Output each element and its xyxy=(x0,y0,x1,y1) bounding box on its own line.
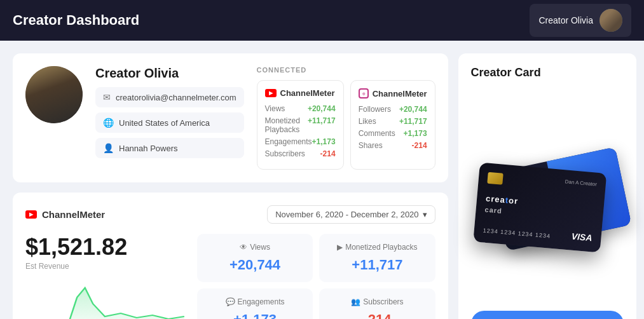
yt-stat-engagements: Engagements +1,173 xyxy=(265,137,336,146)
ig-shares-label: Shares xyxy=(359,141,383,150)
ig-followers-val: +20,744 xyxy=(399,105,427,114)
engagement-icon: 💬 xyxy=(226,297,235,306)
card-bottom: 1234 1234 1234 1234 VISA xyxy=(483,223,593,243)
profile-card: Creator Olivia ✉ creatorolivia@channelme… xyxy=(13,53,448,182)
profile-email-row: ✉ creatorolivia@channelmeter.com xyxy=(95,87,244,107)
page-title: Creator Dashboard xyxy=(13,12,139,29)
ig-stat-likes: Likes +11,717 xyxy=(359,117,427,126)
yt-subs-label: Subscribers xyxy=(265,149,305,158)
mail-icon: ✉ xyxy=(103,92,111,102)
profile-manager-row: 👤 Hannah Powers xyxy=(95,138,244,158)
profile-location: United States of America xyxy=(119,118,210,128)
revenue-amount: $1,521.82 xyxy=(25,234,184,261)
stat-card-subscribers-value: -214 xyxy=(328,311,426,319)
profile-name: Creator Olivia xyxy=(95,66,244,81)
header-user-name: Creator Olivia xyxy=(538,15,593,25)
ig-followers-label: Followers xyxy=(359,105,391,114)
analytics-card: ▶ ChannelMeter November 6, 2020 - Decemb… xyxy=(13,193,448,319)
ig-comments-label: Comments xyxy=(359,129,395,138)
stat-card-playbacks: ▶ Monetized Playbacks +11,717 xyxy=(319,234,435,282)
instagram-card: ◎ ChannelMeter Followers +20,744 Likes +… xyxy=(350,80,435,170)
ig-stat-followers: Followers +20,744 xyxy=(359,105,427,114)
stat-card-playbacks-label: ▶ Monetized Playbacks xyxy=(328,243,426,252)
revenue-section: $1,521.82 Est Revenue xyxy=(25,234,184,319)
stat-card-views-value: +20,744 xyxy=(206,257,304,273)
profile-info: Creator Olivia ✉ creatorolivia@channelme… xyxy=(95,66,244,170)
ig-likes-label: Likes xyxy=(359,117,376,126)
subscribers-icon: 👥 xyxy=(351,297,360,306)
card-front: Dan A Creator creator card 1234 1234 123… xyxy=(473,162,606,252)
stat-card-engagements: 💬 Engagements +1,173 xyxy=(197,288,313,319)
youtube-card: ▶ ChannelMeter Views +20,744 Monetized P… xyxy=(257,80,344,170)
creator-card-title: Creator Card xyxy=(471,66,624,79)
person-icon: 👤 xyxy=(103,143,114,153)
profile-email: creatorolivia@channelmeter.com xyxy=(116,93,236,102)
profile-manager: Hannah Powers xyxy=(119,144,178,153)
main-content: Creator Olivia ✉ creatorolivia@channelme… xyxy=(0,41,644,319)
ig-shares-val: -214 xyxy=(412,141,427,150)
yt-stat-playbacks: Monetized Playbacks +11,717 xyxy=(265,116,336,134)
card-chip xyxy=(487,172,503,184)
analytics-header: ▶ ChannelMeter November 6, 2020 - Decemb… xyxy=(25,205,435,224)
credit-cards-visual: Dan A Creator creator card 1234 1234 123… xyxy=(471,90,624,301)
stat-card-views-label: 👁 Views xyxy=(206,243,304,252)
stat-card-engagements-label: 💬 Engagements xyxy=(206,297,304,306)
analytics-yt-icon: ▶ xyxy=(25,210,37,219)
yt-engagements-val: +1,173 xyxy=(312,137,336,146)
date-range-selector[interactable]: November 6, 2020 - December 2, 2020 ▾ xyxy=(267,205,435,224)
signup-button[interactable]: Sign Up Now xyxy=(471,311,624,319)
user-profile-button[interactable]: Creator Olivia xyxy=(530,4,631,37)
yt-engagements-label: Engagements xyxy=(265,137,312,146)
connected-label: CONNECTED xyxy=(257,66,435,74)
youtube-name: ChannelMeter xyxy=(280,88,335,98)
connected-cards: ▶ ChannelMeter Views +20,744 Monetized P… xyxy=(257,80,435,170)
stats-grid: 👁 Views +20,744 ▶ Monetized Playbacks +1… xyxy=(197,234,435,319)
analytics-body: $1,521.82 Est Revenue xyxy=(25,234,435,319)
instagram-icon: ◎ xyxy=(359,88,369,98)
stat-card-subscribers: 👥 Subscribers -214 xyxy=(319,288,435,319)
revenue-chart xyxy=(25,278,184,319)
analytics-channel: ChannelMeter xyxy=(42,209,105,220)
card-creator-label: Dan A Creator xyxy=(565,179,597,187)
profile-avatar xyxy=(25,66,83,123)
stat-card-engagements-value: +1,173 xyxy=(206,311,304,319)
youtube-icon: ▶ xyxy=(265,89,277,97)
stat-card-views: 👁 Views +20,744 xyxy=(197,234,313,282)
instagram-card-title: ◎ ChannelMeter xyxy=(359,88,427,98)
visa-logo: VISA xyxy=(571,231,593,243)
play-icon: ▶ xyxy=(337,243,343,252)
profile-location-row: 🌐 United States of America xyxy=(95,112,244,133)
right-column: Creator Card Dan A Creator creator xyxy=(458,53,636,319)
left-column: Creator Olivia ✉ creatorolivia@channelme… xyxy=(13,53,448,319)
yt-views-label: Views xyxy=(265,104,285,113)
date-range-text: November 6, 2020 - December 2, 2020 xyxy=(275,210,418,219)
ig-likes-val: +11,717 xyxy=(399,117,427,126)
yt-stat-subs: Subscribers -214 xyxy=(265,149,336,158)
yt-playbacks-label: Monetized Playbacks xyxy=(265,116,308,134)
chart-svg xyxy=(25,278,184,319)
eye-icon: 👁 xyxy=(240,243,247,252)
ig-stat-comments: Comments +1,173 xyxy=(359,129,427,138)
stat-card-subscribers-label: 👥 Subscribers xyxy=(328,297,426,306)
analytics-title: ▶ ChannelMeter xyxy=(25,209,105,220)
header: Creator Dashboard Creator Olivia xyxy=(0,0,644,41)
yt-playbacks-val: +11,717 xyxy=(308,116,336,134)
yt-views-val: +20,744 xyxy=(308,104,336,113)
instagram-name: ChannelMeter xyxy=(373,89,427,98)
chevron-down-icon: ▾ xyxy=(423,210,427,219)
ig-comments-val: +1,173 xyxy=(404,129,427,138)
yt-stat-views: Views +20,744 xyxy=(265,104,336,113)
ig-stat-shares: Shares -214 xyxy=(359,141,427,150)
yt-subs-val: -214 xyxy=(320,149,336,158)
card-number: 1234 1234 1234 1234 xyxy=(483,227,551,239)
creator-card-panel: Creator Card Dan A Creator creator xyxy=(458,53,636,319)
connected-section: CONNECTED ▶ ChannelMeter Views +20,744 xyxy=(257,66,435,170)
stat-card-playbacks-value: +11,717 xyxy=(328,257,426,273)
globe-icon: 🌐 xyxy=(103,118,114,128)
youtube-card-title: ▶ ChannelMeter xyxy=(265,88,336,98)
avatar xyxy=(599,9,622,32)
card-front-top: Dan A Creator xyxy=(487,172,597,193)
revenue-label: Est Revenue xyxy=(25,262,184,271)
